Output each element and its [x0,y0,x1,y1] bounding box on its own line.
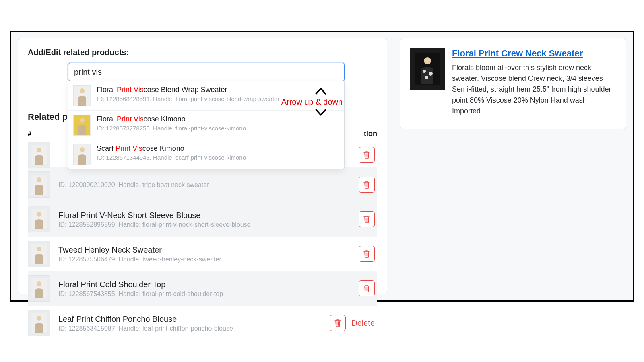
suggestion-name: Floral Print Viscose Blend Wrap Sweater [97,85,279,95]
product-thumbnail [28,275,50,302]
suggestion-item[interactable]: Floral Print Viscose KimonoID: 122857327… [68,110,344,140]
row-product-name: Floral Print Cold Shoulder Top [58,279,223,290]
table-row: Tweed Henley Neck SweaterID: 12285755064… [28,237,377,271]
svg-point-20 [423,70,426,73]
suggestion-thumbnail [73,144,91,165]
suggestion-name: Floral Print Viscose Kimono [97,115,246,124]
suggestion-thumbnail [73,85,91,106]
product-detail-card: Floral Print Crew Neck Sweater Florals b… [400,38,626,129]
svg-point-5 [80,147,85,152]
svg-point-15 [37,281,41,286]
suggestion-sub: ID: 1228571344943. Handle: scarf-print-v… [97,154,246,161]
row-product-name: Leaf Print Chiffon Poncho Blouse [58,314,233,324]
suggestion-sub: ID: 1228573278255. Handle: floral-print-… [97,125,246,132]
table-row: ID. 1220000210020. Handle. tripe boat ne… [28,167,377,202]
row-product-sub: ID: 1228563415087. Handle: leaf-print-ch… [58,325,233,332]
svg-point-21 [429,72,433,76]
product-search-input[interactable] [68,63,345,81]
delete-button[interactable] [359,280,375,296]
row-product-name: Tweed Henley Neck Sweater [58,245,221,255]
product-thumbnail [28,171,50,198]
product-thumbnail [28,142,50,168]
svg-point-9 [37,177,41,182]
section-title: Add/Edit related products: [28,48,377,57]
chevron-down-icon [315,109,326,117]
svg-point-13 [37,247,41,251]
delete-button[interactable] [359,246,375,262]
app-frame: Add/Edit related products: Arrow up & do… [10,31,634,302]
delete-button[interactable] [359,177,375,193]
row-product-sub: ID: 1228567543855. Handle: floral-print-… [58,290,223,298]
product-description: Florals bloom all-over this stylish crew… [452,62,616,117]
product-title-link[interactable]: Floral Print Crew Neck Sweater [452,48,583,58]
svg-point-11 [37,212,41,217]
suggestion-name: Scarf Print Viscose Kimono [97,144,246,153]
suggestion-sub: ID: 1228568428591. Handle: floral-print-… [97,95,279,102]
suggestion-thumbnail [73,115,91,136]
row-product-sub: ID: 1228575506479. Handle: tweed-henley-… [58,256,221,263]
delete-label: Delete [351,319,375,328]
row-product-name: Floral Print V-Neck Short Sleeve Blouse [58,210,251,220]
svg-point-7 [37,148,41,152]
delete-button[interactable] [359,211,375,227]
product-thumbnail [28,310,50,336]
table-header-hash: # [28,130,60,138]
delete-button[interactable] [359,147,375,163]
suggestion-item[interactable]: Scarf Print Viscose KimonoID: 1228571344… [68,140,344,169]
table-row: Floral Print Cold Shoulder TopID: 122856… [28,271,377,306]
svg-point-22 [425,76,428,79]
search-suggestion-dropdown: Arrow up & down Floral Print Viscose Ble… [68,81,345,169]
chevron-up-icon [315,87,326,95]
search-wrap: Arrow up & down Floral Print Viscose Ble… [68,63,345,81]
product-thumbnail [410,48,445,90]
related-products-card: Add/Edit related products: Arrow up & do… [18,38,387,294]
svg-point-1 [80,88,85,93]
table-row: Leaf Print Chiffon Poncho BlouseID: 1228… [28,306,377,340]
svg-point-3 [80,118,85,123]
svg-point-17 [37,316,41,321]
table-header-action: tion [364,130,377,138]
product-thumbnail [28,241,50,267]
row-product-sub: ID. 1220000210020. Handle. tripe boat ne… [58,181,209,189]
product-list: ID. 1220000210020. Handle. tripe boat ne… [28,142,377,340]
row-product-sub: ID: 1228552896559. Handle: floral-print-… [58,221,251,228]
annotation-arrow-label: Arrow up & down [281,97,343,107]
table-row: Floral Print V-Neck Short Sleeve BlouseI… [28,202,377,237]
delete-button[interactable] [330,315,346,331]
svg-point-19 [424,57,431,64]
product-thumbnail [28,206,50,232]
